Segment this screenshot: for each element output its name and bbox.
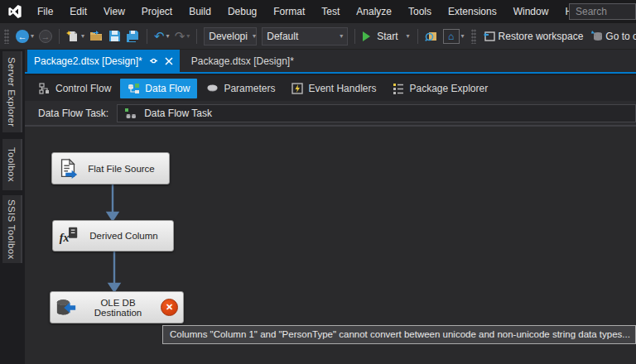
tab-parameters[interactable]: Parameters <box>199 79 282 98</box>
pin-tab-icon[interactable] <box>149 56 158 65</box>
chevron-down-icon: ▾ <box>407 32 410 40</box>
play-icon <box>363 31 370 41</box>
browser-home-icon: ⌂ <box>443 29 460 44</box>
tab-data-flow[interactable]: Data Flow <box>120 79 197 98</box>
platform-value: Default <box>267 31 298 42</box>
go-to-object-button[interactable]: Go to ob <box>588 26 636 46</box>
restore-workspace-label: Restore workspace <box>499 31 584 42</box>
redo-icon: ↷ <box>175 30 186 42</box>
solution-configuration-dropdown[interactable]: Developi ▾ <box>204 27 257 46</box>
data-flow-task-row: Data Flow Task: Data Flow Task <box>25 101 636 126</box>
menu-build[interactable]: Build <box>181 0 219 23</box>
chevron-down-icon: ▾ <box>335 32 343 40</box>
left-tool-sidebar: Server Explorer Toolbox SSIS Toolbox <box>0 50 25 364</box>
chevron-down-icon: ▾ <box>81 32 84 40</box>
component-flat-file-source[interactable]: Flat File Source <box>51 152 170 184</box>
toolbar-separator <box>354 29 355 44</box>
save-button[interactable] <box>106 26 123 46</box>
tab-label: Data Flow <box>145 83 190 94</box>
restore-workspace-icon <box>483 30 496 42</box>
menu-project[interactable]: Project <box>133 0 181 23</box>
menu-analyze[interactable]: Analyze <box>348 0 400 23</box>
tab-package2-dtsx[interactable]: Package2.dtsx [Design]* <box>27 50 180 72</box>
navigate-forward-button[interactable]: → <box>36 26 55 46</box>
component-label: Derived Column <box>80 231 168 241</box>
menu-format[interactable]: Format <box>265 0 313 23</box>
error-tooltip: Columns "Column 1" and "PersonType" cann… <box>162 325 636 344</box>
ssis-designer-tabs: Control Flow Data Flow Parameters Event … <box>25 75 636 101</box>
undo-icon: ↶ <box>154 30 165 42</box>
component-label: OLE DB Destination <box>77 298 159 318</box>
menu-edit[interactable]: Edit <box>61 0 95 23</box>
navigate-backward-button[interactable]: ← ▾ <box>13 26 36 46</box>
visual-studio-logo-icon <box>7 5 22 18</box>
tab-control-flow[interactable]: Control Flow <box>31 79 118 98</box>
configuration-value: Developi <box>209 31 248 42</box>
menu-debug[interactable]: Debug <box>219 0 265 23</box>
navigate-backward-icon: ← <box>16 30 29 43</box>
open-file-button[interactable] <box>87 26 106 46</box>
open-folder-icon <box>89 30 104 42</box>
derived-column-icon: fx <box>58 225 80 247</box>
tab-label: Package.dtsx [Design]* <box>191 55 294 67</box>
new-file-button[interactable]: ▾ <box>64 26 87 46</box>
flat-file-source-icon <box>57 158 79 180</box>
tab-label: Package Explorer <box>409 83 488 94</box>
menu-window[interactable]: Window <box>505 0 557 23</box>
tab-package-dtsx[interactable]: Package.dtsx [Design]* <box>180 50 306 72</box>
data-flow-task-label: Data Flow Task: <box>38 108 108 119</box>
sidebar-item-ssis-toolbox[interactable]: SSIS Toolbox <box>2 195 22 263</box>
error-badge-icon[interactable]: ✕ <box>161 299 178 316</box>
attach-to-process-button[interactable] <box>422 26 441 46</box>
go-to-object-icon <box>590 30 603 42</box>
menu-view[interactable]: View <box>95 0 133 23</box>
tab-label: Event Handlers <box>308 83 376 94</box>
tab-event-handlers[interactable]: Event Handlers <box>284 79 383 98</box>
toolbar-grip[interactable] <box>471 29 476 44</box>
data-flow-task-dropdown[interactable]: Data Flow Task <box>117 104 636 122</box>
toolbar-separator <box>147 29 147 44</box>
data-flow-task-value: Data Flow Task <box>144 108 212 119</box>
component-ole-db-destination[interactable]: OLE DB Destination ✕ <box>50 291 184 323</box>
chevron-down-icon: ▾ <box>166 32 170 40</box>
tab-package-explorer[interactable]: Package Explorer <box>385 79 495 98</box>
menu-file[interactable]: File <box>29 0 61 23</box>
redo-button[interactable]: ↷ ▾ <box>172 26 193 46</box>
chevron-down-icon: ▾ <box>461 32 465 40</box>
go-to-object-label: Go to ob <box>605 31 636 42</box>
menu-extensions[interactable]: Extensions <box>440 0 505 23</box>
toolbar-separator <box>417 29 418 44</box>
navigate-forward-icon: → <box>39 30 52 43</box>
save-all-icon <box>126 30 140 43</box>
data-flow-design-surface[interactable]: Flat File Source fx Derived Column OLE D… <box>25 126 636 364</box>
tab-label: Control Flow <box>55 83 111 94</box>
search-input[interactable] <box>569 3 636 20</box>
undo-button[interactable]: ↶ ▾ <box>152 26 172 46</box>
package-explorer-icon <box>393 83 404 94</box>
title-menu-bar: File Edit View Project Build Debug Forma… <box>0 0 636 23</box>
parameters-icon <box>206 83 219 94</box>
start-debugging-button[interactable]: Start ▾ <box>359 26 412 46</box>
svg-text:fx: fx <box>60 232 70 244</box>
toolbar-separator <box>59 29 60 44</box>
chevron-down-icon: ▾ <box>186 32 190 40</box>
chevron-down-icon: ▾ <box>248 32 256 40</box>
data-flow-icon <box>128 83 140 94</box>
toolbar-grip[interactable] <box>4 29 9 44</box>
sidebar-item-toolbox[interactable]: Toolbox <box>2 139 22 190</box>
solution-platform-dropdown[interactable]: Default ▾ <box>262 27 348 46</box>
sidebar-item-server-explorer[interactable]: Server Explorer <box>2 51 22 132</box>
save-all-button[interactable] <box>123 26 142 46</box>
menu-test[interactable]: Test <box>313 0 348 23</box>
web-browser-button[interactable]: ⌂ ▾ <box>441 26 467 46</box>
close-tab-icon[interactable] <box>165 57 173 65</box>
standard-toolbar: ← ▾ → ▾ ↶ ▾ ↷ ▾ Develo <box>0 23 636 50</box>
component-derived-column[interactable]: fx Derived Column <box>52 220 174 251</box>
save-icon <box>108 30 121 42</box>
document-tab-well: Package2.dtsx [Design]* Package.dtsx [De… <box>25 50 636 74</box>
sidebar-item-label: Toolbox <box>7 147 17 182</box>
restore-workspace-button[interactable]: Restore workspace <box>480 26 589 46</box>
new-file-icon <box>66 30 80 43</box>
menu-tools[interactable]: Tools <box>400 0 440 23</box>
attach-to-process-icon <box>425 30 438 42</box>
